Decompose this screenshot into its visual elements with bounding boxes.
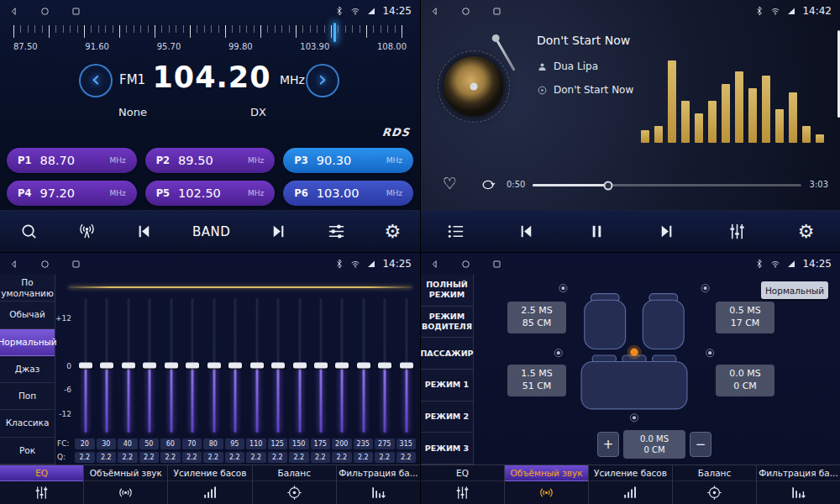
radio-preset-P2[interactable]: P2 89.50 MHz bbox=[145, 148, 276, 173]
eq-slider-knob[interactable] bbox=[143, 363, 156, 369]
surround-mode-item[interactable]: ПАССАЖИР bbox=[421, 338, 473, 370]
radio-preset-P5[interactable]: P5 102.50 MHz bbox=[145, 181, 276, 206]
search-icon[interactable] bbox=[19, 222, 39, 241]
eq-slider-knob[interactable] bbox=[357, 363, 370, 369]
audio-tab-3[interactable]: Баланс bbox=[253, 465, 337, 504]
eq-band-slider[interactable] bbox=[182, 298, 202, 433]
eq-preset-item[interactable]: По умолчанию bbox=[0, 275, 55, 302]
eq-slider-knob[interactable] bbox=[335, 363, 349, 369]
eq-band-slider[interactable] bbox=[76, 298, 96, 433]
eq-band-slider[interactable] bbox=[97, 298, 117, 433]
eq-band-slider[interactable] bbox=[204, 298, 224, 433]
eq-band-slider[interactable] bbox=[290, 298, 310, 433]
nav-home-icon[interactable] bbox=[39, 259, 50, 270]
eq-band-slider[interactable] bbox=[396, 298, 417, 433]
surround-mode-item[interactable]: РЕЖИМ 2 bbox=[421, 402, 473, 433]
seek-bar-knob[interactable] bbox=[603, 181, 612, 190]
eq-band-slider[interactable] bbox=[247, 298, 267, 433]
eq-band-slider[interactable] bbox=[161, 298, 181, 433]
audio-tab-3[interactable]: Баланс bbox=[673, 465, 757, 504]
band-button[interactable]: BAND bbox=[192, 224, 230, 239]
settings-gear-icon[interactable]: ⚙ bbox=[798, 223, 815, 241]
audio-settings-icon[interactable] bbox=[727, 222, 747, 241]
radio-preset-P3[interactable]: P3 90.30 MHz bbox=[283, 148, 413, 173]
favorite-icon[interactable]: ♡ bbox=[443, 174, 457, 192]
listener-position-dot[interactable] bbox=[630, 349, 638, 356]
eq-band-slider[interactable] bbox=[332, 298, 352, 433]
nav-back-icon[interactable] bbox=[8, 259, 19, 270]
surround-mode-item[interactable]: РЕЖИМ 3 bbox=[421, 433, 473, 465]
eq-slider-knob[interactable] bbox=[100, 363, 113, 369]
eq-band-slider[interactable] bbox=[268, 298, 288, 433]
radio-broadcast-icon[interactable] bbox=[77, 222, 97, 241]
settings-gear-icon[interactable]: ⚙ bbox=[384, 223, 401, 241]
surround-mode-item[interactable]: РЕЖИМ ВОДИТЕЛЯ bbox=[421, 307, 473, 339]
audio-tab-4[interactable]: Фильтрация ба... bbox=[757, 465, 840, 504]
audio-tab-2[interactable]: Усиление басов bbox=[168, 465, 252, 504]
nav-back-icon[interactable] bbox=[429, 6, 440, 17]
eq-slider-knob[interactable] bbox=[271, 363, 285, 369]
radio-preset-P4[interactable]: P4 97.20 MHz bbox=[7, 181, 137, 206]
eq-band-slider[interactable] bbox=[139, 298, 160, 433]
radio-preset-P1[interactable]: P1 88.70 MHz bbox=[7, 148, 137, 173]
eq-band-slider[interactable] bbox=[375, 298, 395, 433]
previous-station-icon[interactable] bbox=[134, 222, 154, 241]
nav-back-icon[interactable] bbox=[8, 6, 19, 17]
audio-tab-2[interactable]: Усиление басов bbox=[589, 465, 673, 504]
audio-tab-1[interactable]: Объёмный звук bbox=[505, 465, 589, 504]
eq-band-slider[interactable] bbox=[118, 298, 139, 433]
eq-preset-item[interactable]: Нормальный bbox=[0, 329, 55, 356]
eq-band-slider[interactable] bbox=[311, 298, 331, 433]
audio-tab-label: Усиление басов bbox=[168, 465, 251, 481]
repeat-icon[interactable] bbox=[480, 176, 496, 197]
seek-bar[interactable] bbox=[533, 184, 801, 186]
nav-recents-icon[interactable] bbox=[71, 259, 81, 270]
eq-slider-knob[interactable] bbox=[186, 363, 199, 369]
nav-home-icon[interactable] bbox=[460, 259, 471, 270]
eq-slider-knob[interactable] bbox=[228, 363, 242, 369]
eq-slider-knob[interactable] bbox=[122, 363, 135, 369]
seek-up-button[interactable]: › bbox=[306, 64, 339, 97]
seek-down-button[interactable]: ‹ bbox=[79, 64, 113, 97]
playlist-icon[interactable] bbox=[446, 222, 465, 241]
nav-recents-icon[interactable] bbox=[491, 259, 502, 270]
audio-tab-0[interactable]: EQ bbox=[0, 465, 84, 504]
eq-slider-knob[interactable] bbox=[79, 363, 92, 369]
nav-home-icon[interactable] bbox=[460, 6, 471, 17]
surround-mode-item[interactable]: ПОЛНЫЙ РЕЖИМ bbox=[421, 275, 473, 307]
eq-preset-item[interactable]: Джаз bbox=[0, 356, 55, 383]
delay-increase-button[interactable]: + bbox=[597, 432, 619, 457]
audio-settings-icon[interactable] bbox=[327, 222, 346, 241]
delay-decrease-button[interactable]: − bbox=[690, 432, 711, 457]
audio-tab-0[interactable]: EQ bbox=[421, 465, 505, 504]
eq-slider-knob[interactable] bbox=[314, 363, 328, 369]
nav-recents-icon[interactable] bbox=[491, 6, 502, 17]
eq-fc-value: 70 bbox=[182, 438, 202, 449]
eq-band-slider[interactable] bbox=[354, 298, 374, 433]
nav-recents-icon[interactable] bbox=[71, 6, 81, 17]
eq-slider-knob[interactable] bbox=[400, 363, 413, 369]
nav-back-icon[interactable] bbox=[429, 259, 440, 270]
eq-band-slider[interactable] bbox=[225, 298, 245, 433]
pause-icon[interactable] bbox=[587, 222, 606, 241]
eq-slider-knob[interactable] bbox=[293, 363, 307, 369]
eq-preset-item[interactable]: Обычай bbox=[0, 302, 55, 328]
eq-preset-item[interactable]: Классика bbox=[0, 410, 55, 437]
audio-tab-4[interactable]: Фильтрация ба... bbox=[337, 465, 420, 504]
rds-badge: RDS bbox=[381, 126, 411, 139]
eq-preset-item[interactable]: Рок bbox=[0, 438, 55, 465]
audio-tab-1[interactable]: Объёмный звук bbox=[84, 465, 168, 504]
eq-slider-knob[interactable] bbox=[378, 363, 391, 369]
next-station-icon[interactable] bbox=[269, 222, 288, 241]
eq-preset-item[interactable]: Поп bbox=[0, 383, 55, 410]
radio-preset-P6[interactable]: P6 103.00 MHz bbox=[283, 181, 413, 206]
profile-button[interactable]: Нормальный bbox=[761, 281, 828, 299]
surround-mode-item[interactable]: РЕЖИМ 1 bbox=[421, 370, 473, 402]
eq-fc-value: 80 bbox=[203, 438, 223, 449]
previous-track-icon[interactable] bbox=[517, 222, 536, 241]
eq-slider-knob[interactable] bbox=[165, 363, 178, 369]
nav-home-icon[interactable] bbox=[39, 6, 50, 17]
eq-slider-knob[interactable] bbox=[207, 363, 221, 369]
eq-slider-knob[interactable] bbox=[250, 363, 264, 369]
next-track-icon[interactable] bbox=[657, 222, 676, 241]
